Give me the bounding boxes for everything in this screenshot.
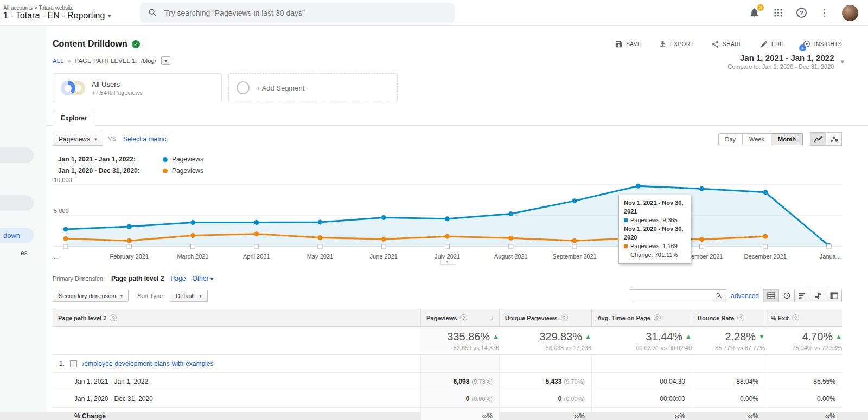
- svg-text:August 2021: August 2021: [494, 253, 528, 260]
- column-header-unique-pageviews[interactable]: Unique Pageviews ?: [499, 309, 591, 326]
- granularity-day-button[interactable]: Day: [718, 133, 743, 145]
- segment-all-users[interactable]: All Users +7.54% Pageviews: [53, 73, 222, 102]
- advanced-search-link[interactable]: advanced: [731, 292, 759, 300]
- series-b-square-icon: [624, 244, 628, 248]
- table-view-icon: [767, 292, 775, 299]
- account-breadcrumb[interactable]: All accounts > Totara website: [3, 5, 140, 11]
- svg-text:May 2021: May 2021: [307, 253, 333, 260]
- property-selector[interactable]: 1 - Totara - EN - Reporting ▾: [3, 11, 140, 21]
- data-table: Page path level 2 ? Pageviews ? ↓ Unique…: [53, 309, 842, 420]
- cell-unique-pageviews: 0 (0.00%): [499, 390, 591, 407]
- nav-item-content-drilldown[interactable]: down: [0, 228, 34, 243]
- view-percentage-button[interactable]: [778, 289, 795, 302]
- share-button[interactable]: SHARE: [711, 40, 743, 48]
- nav-item-truncated-3[interactable]: es: [21, 249, 28, 257]
- row-index: 1.: [59, 360, 65, 367]
- search-input[interactable]: [164, 9, 447, 17]
- segment-title: All Users: [92, 80, 143, 88]
- motion-chart-toggle[interactable]: [826, 132, 842, 146]
- help-icon[interactable]: ?: [792, 314, 799, 321]
- dimension-page-link[interactable]: Page: [170, 275, 186, 282]
- help-icon[interactable]: ?: [110, 314, 117, 321]
- timeseries-chart[interactable]: 5,00010,000...February 2021March 2021Apr…: [53, 178, 842, 266]
- notifications-button[interactable]: 3: [749, 7, 760, 18]
- help-icon[interactable]: ?: [561, 314, 568, 321]
- bars-view-icon: [799, 292, 807, 299]
- column-header-dimension[interactable]: Page path level 2 ?: [53, 309, 420, 326]
- save-label: SAVE: [626, 41, 641, 47]
- summary-pct: 2.28%: [725, 331, 756, 343]
- breadcrumb-level-label: PAGE PATH LEVEL 1:: [75, 57, 137, 64]
- column-header-exit[interactable]: % Exit ?: [765, 309, 842, 326]
- series-b-dot-icon: [163, 169, 168, 173]
- help-button[interactable]: ?: [796, 8, 807, 18]
- help-icon[interactable]: ?: [654, 314, 661, 321]
- help-icon[interactable]: ?: [460, 314, 467, 321]
- page-path-link[interactable]: /employee-development-plans-with-example…: [82, 360, 213, 367]
- column-header-label: Bounce Rate: [698, 315, 734, 321]
- view-table-button[interactable]: [763, 289, 779, 302]
- sort-type-dropdown[interactable]: Default ▾: [170, 290, 207, 302]
- avatar[interactable]: [842, 5, 858, 21]
- pencil-icon: [760, 40, 768, 48]
- more-vertical-icon: ⋮: [820, 8, 829, 17]
- apps-grid-button[interactable]: [773, 8, 783, 18]
- verified-badge-icon: ✓: [132, 40, 140, 48]
- cell-bounce-rate: ∞%: [692, 408, 765, 420]
- export-button[interactable]: EXPORT: [659, 40, 694, 48]
- metric-selector-dropdown[interactable]: Pageviews ▾: [53, 133, 103, 146]
- chart-tooltip: Nov 1, 2021 - Nov 30, 2021 Pageviews: 9,…: [618, 195, 691, 264]
- nav-item-truncated-2[interactable]: [0, 195, 34, 211]
- view-comparison-button[interactable]: [810, 289, 826, 302]
- column-header-label: Page path level 2: [58, 315, 106, 321]
- table-search-input[interactable]: [630, 289, 712, 302]
- column-header-pageviews[interactable]: Pageviews ? ↓: [420, 309, 499, 326]
- add-segment-button[interactable]: + Add Segment: [228, 73, 398, 102]
- cell-exit: 85.55%: [765, 373, 842, 390]
- save-button[interactable]: SAVE: [615, 40, 641, 48]
- more-menu-button[interactable]: ⋮: [820, 8, 829, 17]
- tooltip-period-b: Nov 1, 2020 - Nov 30, 2020: [624, 225, 686, 242]
- column-header-avg-time[interactable]: Avg. Time on Page ?: [591, 309, 692, 326]
- nav-item-truncated-1[interactable]: [0, 147, 34, 163]
- secondary-dimension-label: Secondary dimension: [59, 293, 116, 299]
- search-bar[interactable]: [140, 3, 455, 23]
- insights-button[interactable]: 4 INSIGHTS: [802, 40, 842, 48]
- view-performance-button[interactable]: [794, 289, 810, 302]
- row-checkbox[interactable]: [70, 360, 77, 367]
- help-icon[interactable]: ?: [737, 314, 744, 321]
- comparison-view-icon: [814, 292, 822, 299]
- granularity-week-button[interactable]: Week: [742, 133, 771, 145]
- secondary-dimension-dropdown[interactable]: Secondary dimension ▾: [53, 290, 129, 302]
- table-row-period-current: Jan 1, 2021 - Jan 1, 2022 6,098 (9.73%) …: [53, 373, 842, 390]
- chart-legend: Jan 1, 2021 - Jan 1, 2022: Pageviews Jan…: [53, 156, 842, 175]
- select-metric-link[interactable]: Select a metric: [123, 135, 166, 143]
- view-pivot-button[interactable]: [826, 289, 842, 302]
- empty-cell: [765, 355, 842, 372]
- top-app-bar: All accounts > Totara website 1 - Totara…: [0, 0, 868, 26]
- date-range-picker[interactable]: Jan 1, 2021 - Jan 1, 2022 Compare to: Ja…: [727, 53, 844, 70]
- dimension-other-dropdown[interactable]: Other ▾: [192, 275, 213, 282]
- sort-type-value: Default: [176, 293, 195, 299]
- svg-text:Janua...: Janua...: [820, 253, 841, 260]
- breadcrumb-separator: »: [67, 57, 71, 64]
- line-chart-toggle[interactable]: [810, 132, 826, 146]
- svg-text:April 2021: April 2021: [243, 253, 270, 260]
- primary-dimension-bar: Primary Dimension: Page path level 2 Pag…: [46, 266, 868, 285]
- edit-button[interactable]: EDIT: [760, 40, 785, 48]
- breadcrumb-dropdown-button[interactable]: ▾: [161, 56, 170, 65]
- row-dimension-cell: 1. /employee-development-plans-with-exam…: [53, 355, 420, 372]
- topbar-actions: 3 ? ⋮: [749, 5, 868, 21]
- date-compare-value: Compare to: Jan 1, 2020 - Dec 31, 2020: [727, 63, 834, 70]
- table-search-button[interactable]: [712, 289, 726, 302]
- column-header-bounce-rate[interactable]: Bounce Rate ?: [692, 309, 765, 326]
- tab-explorer[interactable]: Explorer: [53, 111, 95, 126]
- vs-label: VS.: [108, 136, 118, 142]
- dimension-page-path-level-2[interactable]: Page path level 2: [111, 275, 164, 282]
- search-icon: [148, 8, 158, 18]
- empty-cell: [692, 355, 765, 372]
- annotations-toggle[interactable]: ▼: [440, 259, 455, 265]
- breadcrumb-all-link[interactable]: ALL: [53, 57, 63, 64]
- left-nav-rail: down es: [0, 26, 46, 412]
- granularity-month-button[interactable]: Month: [771, 133, 803, 145]
